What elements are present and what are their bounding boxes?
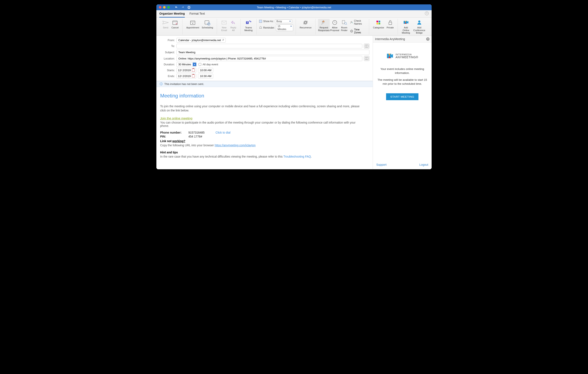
room-finder-button[interactable]: Room Finder <box>340 19 349 32</box>
print-icon[interactable] <box>187 6 191 9</box>
to-label: To: <box>160 44 175 48</box>
minimize-window-icon[interactable] <box>163 6 166 9</box>
troubleshooting-link[interactable]: Troubleshooting FAQ <box>283 155 311 158</box>
show-as-select[interactable]: Busy <box>275 20 292 23</box>
svg-point-29 <box>418 21 420 22</box>
reply-all-button[interactable]: Reply All <box>229 19 238 32</box>
from-select[interactable]: Calendar - jclayton@intermedia.net <box>177 38 226 42</box>
not-sent-notice: i This invitation has not been sent. <box>156 81 373 87</box>
panel-msg-2: The meeting will be available to start 1… <box>376 78 428 86</box>
info-icon: i <box>160 83 163 85</box>
logout-link[interactable]: Logout <box>419 163 428 166</box>
click-to-dial-link[interactable]: Click to dial <box>215 131 231 134</box>
panel-msg-1: Your event includes online meeting infor… <box>376 67 428 75</box>
panel-title: Intermedia AnyMeeting <box>375 37 405 41</box>
location-book-icon[interactable] <box>364 56 369 61</box>
private-button[interactable]: Private <box>385 19 395 30</box>
allow-proposal-button[interactable]: Allow Proposal <box>330 19 339 32</box>
start-meeting-button[interactable]: START MEETING <box>386 93 419 100</box>
window-title: Team Meeting • Meeting • Calendar • jcla… <box>257 6 331 9</box>
svg-rect-7 <box>205 21 209 24</box>
location-field[interactable]: Online: https://anymeeting.com/jclayton … <box>177 56 362 61</box>
address-book-icon[interactable] <box>364 44 369 49</box>
svg-rect-4 <box>190 21 195 25</box>
svg-point-13 <box>250 21 252 22</box>
calendar-icon <box>192 74 195 77</box>
svg-point-6 <box>192 23 193 24</box>
anymeeting-panel: Intermedia AnyMeeting ✕ INTERMEDIA ANYME… <box>373 36 432 169</box>
close-panel-icon[interactable]: ✕ <box>426 37 430 41</box>
location-label: Location: <box>160 57 175 60</box>
outlook-meeting-window: Team Meeting • Meeting • Calendar • jcla… <box>156 4 432 169</box>
titlebar: Team Meeting • Meeting • Calendar • jcla… <box>156 4 432 10</box>
phone-label: Phone number: <box>160 131 184 134</box>
categorize-button[interactable]: Categorize <box>372 19 385 30</box>
teams-meeting-button[interactable]: T Teams Meeting <box>243 19 254 32</box>
copy-url-link[interactable]: https://anymeeting.com/jclayton <box>215 144 256 147</box>
svg-point-19 <box>351 21 352 22</box>
anymeeting-logo: INTERMEDIA ANYMEETING® <box>376 52 428 60</box>
appointment-button[interactable]: Appointment <box>185 19 200 30</box>
copy-text: Copy the following URL into your browser <box>160 144 215 147</box>
reminder-label: Reminder: <box>263 26 275 29</box>
svg-point-12 <box>249 21 250 22</box>
window-controls <box>159 6 170 9</box>
close-window-icon[interactable] <box>159 6 161 9</box>
audio-note: You can choose to participate in the aud… <box>160 121 365 127</box>
svg-line-18 <box>346 24 347 25</box>
subject-field[interactable]: Team Meeting <box>177 50 369 55</box>
tab-format-text[interactable]: Format Text <box>189 12 205 18</box>
pin-label: PIN: <box>160 135 184 138</box>
time-zones-button[interactable]: Time Zones <box>350 28 367 34</box>
svg-rect-25 <box>377 23 378 24</box>
support-link[interactable]: Support <box>376 163 387 166</box>
reminder-select[interactable]: 15 Minutes <box>276 24 293 31</box>
bell-icon <box>259 26 262 30</box>
zoom-window-icon[interactable] <box>167 6 170 9</box>
scheduling-button[interactable]: Scheduling <box>200 19 214 30</box>
duration-label: Duration: <box>160 63 175 66</box>
tab-organizer-meeting[interactable]: Organizer Meeting <box>159 12 185 18</box>
from-label: From: <box>160 39 175 42</box>
main-pane: From: Calendar - jclayton@intermedia.net… <box>156 36 373 169</box>
ends-date-field[interactable]: 12/ 2/2019 <box>177 74 196 78</box>
undo-icon[interactable] <box>175 6 178 9</box>
svg-rect-16 <box>342 21 345 24</box>
join-meeting-link[interactable]: Join the online meeting <box>160 116 192 120</box>
body-heading: Meeting information <box>160 93 369 99</box>
redo-icon[interactable] <box>181 6 184 9</box>
ends-time-field[interactable]: 10:30 AM <box>198 74 213 78</box>
request-responses-button[interactable]: Request Responses <box>318 19 330 32</box>
svg-rect-23 <box>377 21 378 22</box>
check-names-button[interactable]: Check Names <box>350 20 367 25</box>
status-color-icon <box>259 20 262 23</box>
show-as-label: Show As: <box>263 20 274 23</box>
hints-post: . <box>311 155 312 158</box>
calendar-icon <box>192 69 195 72</box>
svg-rect-27 <box>389 22 392 25</box>
add-conference-bridge-button[interactable]: Add Conference Bridge <box>411 19 427 35</box>
ribbon: Send Cancel Appointment Scheduling New E… <box>156 18 432 36</box>
add-online-meeting-button[interactable]: Add Online Meeting <box>400 19 411 35</box>
help-icon[interactable]: ? <box>425 11 429 15</box>
to-field[interactable] <box>177 44 362 48</box>
svg-text:T: T <box>247 21 248 24</box>
starts-time-field[interactable]: 10:00 AM <box>198 68 213 73</box>
link-not-prefix: Link not <box>160 139 172 143</box>
svg-rect-24 <box>378 21 380 22</box>
link-not-working: working? <box>172 139 185 143</box>
cancel-button[interactable]: Cancel <box>170 19 180 30</box>
hints-title: Hint and tips <box>160 151 369 154</box>
duration-select[interactable]: 30 Minutes▾ <box>177 62 197 67</box>
pin-value: 454 1776# <box>188 135 211 138</box>
all-day-checkbox[interactable]: All day event <box>199 63 218 66</box>
new-email-button[interactable]: New Email <box>220 19 229 32</box>
phone-value: 9157316485 <box>188 131 211 134</box>
recurrence-button[interactable]: Recurrence <box>298 19 313 30</box>
send-button[interactable]: Send <box>161 19 170 30</box>
hints-pre: In the rare case that you have any techn… <box>160 155 283 158</box>
ribbon-tabs: Organizer Meeting Format Text ? <box>156 10 432 18</box>
starts-date-field[interactable]: 12/ 2/2019 <box>177 68 196 73</box>
meeting-body[interactable]: Meeting information To join the meeting … <box>156 87 373 169</box>
starts-label: Starts: <box>160 69 175 72</box>
